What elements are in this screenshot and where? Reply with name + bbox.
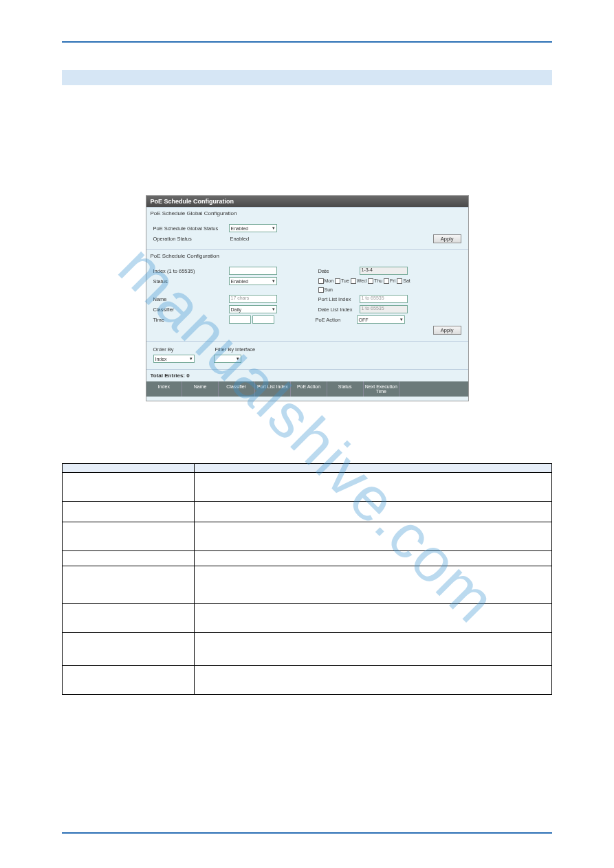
hdr-poeaction: PoE Action <box>291 381 327 397</box>
param-table-head-row <box>63 464 552 473</box>
date-label: Date <box>318 268 360 274</box>
param-cell <box>63 473 195 502</box>
operation-status-label: Operation Status <box>153 236 229 242</box>
param-head-2 <box>195 464 552 473</box>
param-cell <box>195 473 552 502</box>
global-status-select[interactable]: Enabled <box>229 224 277 232</box>
top-rule <box>62 41 552 43</box>
hdr-blank <box>399 381 468 397</box>
param-cell <box>63 551 195 566</box>
param-cell <box>195 502 552 522</box>
table-row <box>63 633 552 666</box>
filter-label: Filter By Interface <box>215 346 256 353</box>
orderby-select[interactable]: Index <box>153 355 195 363</box>
param-cell <box>63 666 195 695</box>
operation-status-value: Enabled <box>230 236 250 242</box>
table-row <box>63 604 552 633</box>
portlist-label: Port List Index <box>318 296 360 302</box>
param-cell <box>63 604 195 633</box>
param-cell <box>195 633 552 666</box>
figure-section-global: PoE Schedule Global Configuration <box>146 207 468 219</box>
sun-checkbox[interactable] <box>318 287 324 293</box>
total-entries: Total Entries: 0 <box>146 369 468 381</box>
table-row <box>63 551 552 566</box>
param-head-1 <box>63 464 195 473</box>
poeaction-label: PoE Action <box>316 317 357 323</box>
param-cell <box>195 666 552 695</box>
orderby-label: Order By <box>153 346 215 353</box>
apply-button-config[interactable]: Apply <box>433 326 461 335</box>
datelist-input[interactable]: 1 to 65535 <box>360 305 408 313</box>
table-row <box>63 566 552 604</box>
intro-text-block <box>62 113 552 188</box>
param-cell <box>63 633 195 666</box>
classifier-label: Classifier <box>153 307 229 313</box>
sat-checkbox[interactable] <box>397 278 402 284</box>
poe-schedule-figure: PoE Schedule Configuration PoE Schedule … <box>146 195 469 401</box>
wed-checkbox[interactable] <box>351 278 356 284</box>
name-label: Name <box>153 296 229 302</box>
days-checkboxes: Mon Tue Wed Thu Fri Sat <box>318 278 456 284</box>
name-input[interactable]: 17 chars <box>229 295 277 303</box>
poeaction-select[interactable]: OFF <box>357 315 405 324</box>
time-input-1[interactable] <box>229 315 251 324</box>
table-header-row: Index Name Classifier Port List Index Po… <box>146 381 468 397</box>
table-row <box>63 473 552 502</box>
figure-container: PoE Schedule Configuration PoE Schedule … <box>62 195 552 401</box>
mon-checkbox[interactable] <box>318 278 324 284</box>
bottom-rule <box>62 832 552 834</box>
param-cell <box>195 551 552 566</box>
param-cell <box>195 522 552 551</box>
param-cell <box>195 566 552 604</box>
sun-row: Sun <box>318 287 333 293</box>
thu-checkbox[interactable] <box>368 278 373 284</box>
hdr-portlist: Port List Index <box>255 381 292 397</box>
tue-checkbox[interactable] <box>335 278 340 284</box>
datelist-label: Date List Index <box>318 307 360 313</box>
section-heading-bar <box>62 70 552 85</box>
status-label: Status <box>153 278 229 285</box>
table-row <box>63 666 552 695</box>
date-input[interactable]: 1-3-4 <box>360 267 408 275</box>
classifier-select[interactable]: Daily <box>229 305 277 313</box>
global-status-label: PoE Schedule Global Status <box>153 225 229 232</box>
portlist-input[interactable]: 1 to 65535 <box>360 295 408 303</box>
index-input[interactable] <box>229 267 277 275</box>
index-label: Index (1 to 65535) <box>153 268 229 274</box>
filter-select[interactable] <box>214 355 241 363</box>
hdr-status: Status <box>327 381 364 397</box>
table-row <box>63 502 552 522</box>
apply-button-global[interactable]: Apply <box>433 234 461 243</box>
table-row <box>63 522 552 551</box>
param-cell <box>63 566 195 604</box>
figure-title: PoE Schedule Configuration <box>146 196 468 207</box>
status-select[interactable]: Enabled <box>229 277 277 285</box>
fri-checkbox[interactable] <box>384 278 389 284</box>
hdr-index: Index <box>146 381 183 397</box>
param-cell <box>63 522 195 551</box>
hdr-classifier: Classifier <box>219 381 255 397</box>
param-cell <box>195 604 552 633</box>
time-label: Time <box>153 317 229 323</box>
hdr-name: Name <box>182 381 219 397</box>
time-input-2[interactable] <box>252 315 274 324</box>
parameter-table <box>62 463 552 695</box>
param-cell <box>63 502 195 522</box>
hdr-next: Next Execution Time <box>364 381 400 397</box>
figure-section-config: PoE Schedule Configuration <box>146 249 468 262</box>
